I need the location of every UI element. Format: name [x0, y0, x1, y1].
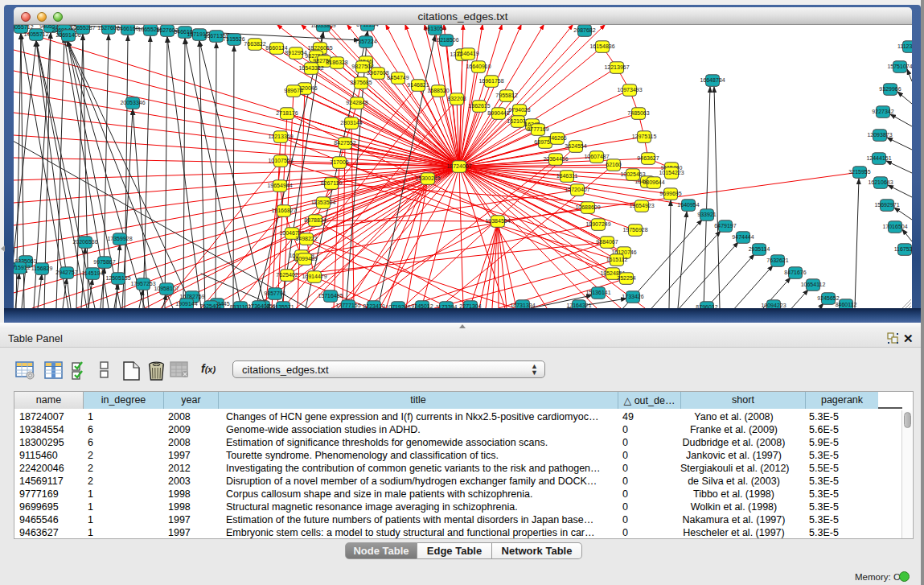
svg-text:8813054: 8813054: [424, 26, 446, 31]
svg-text:19756928: 19756928: [622, 227, 647, 233]
svg-text:10025463: 10025463: [620, 171, 645, 177]
svg-text:1156829: 1156829: [31, 266, 53, 271]
svg-text:8460112: 8460112: [836, 302, 857, 307]
svg-text:19166827: 19166827: [271, 208, 296, 213]
svg-text:1145194: 1145194: [82, 270, 104, 276]
svg-text:18226055: 18226055: [307, 45, 332, 51]
svg-text:16210643: 16210643: [868, 179, 893, 185]
svg-text:9857791: 9857791: [264, 290, 285, 296]
svg-text:2935114: 2935114: [749, 246, 770, 252]
svg-text:16914479: 16914479: [302, 274, 326, 279]
svg-text:15720407: 15720407: [565, 187, 589, 192]
svg-text:15300245: 15300245: [415, 175, 440, 181]
svg-text:6794028: 6794028: [508, 107, 530, 113]
svg-text:19218506: 19218506: [433, 37, 458, 43]
svg-text:3915912: 3915912: [14, 265, 31, 270]
svg-text:16648784: 16648784: [700, 77, 725, 83]
svg-text:9474444: 9474444: [732, 234, 754, 240]
svg-text:17164321: 17164321: [566, 303, 591, 308]
svg-text:17016504: 17016504: [882, 224, 907, 229]
svg-text:6479197: 6479197: [714, 223, 736, 229]
svg-text:8990448: 8990448: [487, 110, 509, 116]
svg-text:10958107: 10958107: [154, 286, 179, 291]
svg-text:16543382: 16543382: [298, 65, 323, 71]
svg-text:939159: 939159: [14, 262, 16, 268]
svg-text:2718176: 2718176: [276, 110, 298, 116]
svg-text:10654112: 10654112: [801, 282, 826, 287]
svg-text:1362615: 1362615: [468, 103, 490, 109]
svg-text:10154223: 10154223: [659, 170, 684, 175]
svg-text:9884067: 9884067: [596, 239, 618, 245]
svg-text:1167533: 1167533: [894, 246, 912, 252]
svg-text:717006: 717006: [330, 159, 348, 165]
svg-text:8878834: 8878834: [304, 217, 326, 223]
svg-text:832203: 832203: [447, 96, 466, 101]
svg-text:7515526: 7515526: [223, 36, 244, 42]
svg-text:252254: 252254: [617, 275, 635, 281]
svg-text:9777169: 9777169: [527, 126, 548, 132]
svg-text:10973493: 10973493: [617, 87, 642, 93]
svg-text:16731334: 16731334: [510, 303, 535, 308]
svg-text:1588520: 1588520: [427, 88, 449, 93]
svg-text:9227342: 9227342: [872, 109, 893, 114]
svg-text:19384554: 19384554: [485, 218, 510, 224]
svg-text:2803144: 2803144: [340, 120, 362, 126]
svg-text:7955812: 7955812: [495, 93, 517, 98]
svg-text:1733426: 1733426: [622, 294, 643, 299]
svg-text:19654944: 19654944: [267, 183, 292, 188]
svg-text:3875685: 3875685: [350, 80, 372, 85]
svg-text:10607487: 10607487: [584, 154, 609, 159]
svg-text:9146821: 9146821: [407, 82, 429, 88]
svg-text:7632621: 7632621: [766, 257, 788, 263]
svg-text:9699695: 9699695: [659, 191, 681, 196]
svg-text:17359928: 17359928: [107, 236, 132, 241]
svg-text:8186328: 8186328: [326, 60, 347, 65]
svg-text:989674: 989674: [284, 88, 302, 93]
svg-text:7625402: 7625402: [276, 272, 298, 278]
svg-text:6466160: 6466160: [117, 26, 138, 31]
svg-text:15751074: 15751074: [887, 64, 912, 69]
svg-text:19654923: 19654923: [629, 203, 654, 208]
svg-text:9242848: 9242848: [346, 100, 368, 105]
svg-text:7357224: 7357224: [355, 39, 376, 44]
svg-text:1909144: 1909144: [175, 301, 197, 307]
svg-text:2087682: 2087682: [573, 27, 595, 33]
svg-text:7485063: 7485063: [627, 110, 649, 116]
svg-text:12505135: 12505135: [105, 275, 130, 281]
svg-text:18907249: 18907249: [585, 221, 610, 227]
svg-text:9975867: 9975867: [93, 259, 115, 265]
svg-text:16961758: 16961758: [478, 78, 503, 84]
svg-text:2942757: 2942757: [55, 270, 77, 275]
svg-text:10107553: 10107553: [268, 158, 293, 163]
svg-text:2967608: 2967608: [367, 70, 388, 76]
svg-text:15136141: 15136141: [585, 290, 610, 295]
svg-text:8427552: 8427552: [334, 140, 355, 146]
svg-text:9245652: 9245652: [817, 295, 839, 301]
svg-text:9827508: 9827508: [351, 64, 373, 69]
svg-text:20053346: 20053346: [120, 100, 145, 105]
svg-text:12975115: 12975115: [632, 134, 657, 139]
svg-text:62160: 62160: [606, 162, 622, 167]
svg-text:8712234: 8712234: [356, 25, 378, 27]
svg-text:17957253: 17957253: [130, 281, 155, 286]
svg-text:16033809: 16033809: [310, 25, 335, 28]
svg-text:11123456: 11123456: [897, 43, 912, 49]
svg-text:9329966: 9329966: [879, 86, 901, 92]
svg-text:10688609: 10688609: [575, 204, 600, 210]
svg-text:3624554: 3624554: [565, 143, 586, 149]
svg-text:3215955: 3215955: [848, 169, 870, 175]
svg-text:15692971: 15692971: [874, 202, 899, 208]
svg-text:20364436: 20364436: [543, 156, 568, 162]
svg-text:15716485: 15716485: [318, 293, 343, 299]
svg-text:8267110: 8267110: [321, 180, 343, 186]
svg-text:1640954: 1640954: [677, 202, 699, 208]
svg-text:12213967: 12213967: [604, 64, 629, 70]
svg-text:8471676: 8471676: [784, 270, 806, 275]
svg-text:8912954: 8912954: [285, 50, 306, 56]
svg-text:9809644: 9809644: [643, 179, 664, 185]
svg-text:7663822: 7663822: [244, 41, 265, 47]
svg-text:11353594: 11353594: [311, 200, 336, 205]
svg-text:8454749: 8454749: [387, 75, 409, 80]
svg-text:13777155: 13777155: [335, 303, 360, 308]
svg-text:7646419: 7646419: [457, 51, 478, 56]
